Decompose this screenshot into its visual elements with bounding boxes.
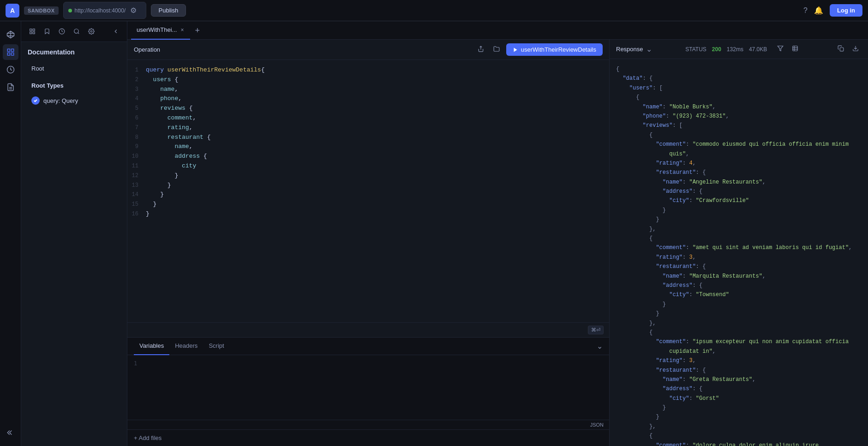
code-line-9: 9 name, [127,142,609,152]
main-layout: Documentation Root Root Types query: Que… [0,21,868,446]
line-num-12: 12 [127,172,146,180]
code-line-6: 6 comment, [127,113,609,123]
copy-icon[interactable] [835,43,847,55]
sidebar-collapse-icon[interactable] [109,25,122,38]
status-area: STATUS 200 132ms 47.0KB [685,46,767,53]
line-num-5: 5 [127,104,146,113]
status-value: 200 [712,46,721,53]
svg-point-16 [74,29,78,33]
publish-button[interactable]: Publish [151,4,186,17]
sidebar-icon-history[interactable] [3,62,18,77]
sidebar-toolbar [21,21,127,42]
line-content-16: } [146,209,150,219]
code-line-11: 11 city [127,161,609,171]
variables-collapse-icon[interactable]: ⌄ [597,342,603,351]
tab-active[interactable]: userWithThei... × [131,21,190,40]
tab-variables[interactable]: Variables [134,338,169,355]
response-expand-icon[interactable]: ⌄ [646,45,652,54]
root-types-title: Root Types [28,79,120,92]
sidebar-title: Documentation [28,48,120,56]
svg-rect-5 [11,49,13,51]
content-area: userWithThei... × + Operation [127,21,868,446]
code-line-14: 14 } [127,190,609,200]
sandbox-badge: SANDBOX [24,6,59,15]
json-label[interactable]: JSON [590,422,604,428]
editor-header-actions: userWithTheirReviewDetails [475,43,603,56]
response-table-icon[interactable] [789,43,801,55]
line-content-13: } [146,181,171,190]
add-files-button[interactable]: + Add files [134,434,603,441]
sidebar-icon-collapse[interactable] [3,425,18,440]
keyboard-shortcut-badge: ⌘⏎ [588,326,604,334]
code-editor[interactable]: 1 query userWithTheirReviewDetails{ 2 us… [127,60,609,322]
svg-rect-4 [7,49,10,51]
run-button-label: userWithTheirReviewDetails [521,46,596,53]
code-line-2: 2 users { [127,75,609,85]
svg-rect-13 [30,32,32,34]
svg-line-17 [78,33,79,34]
svg-rect-12 [33,29,35,31]
collection-icon[interactable] [491,44,503,55]
variables-section: Variables Headers Script ⌄ 1 JSON [127,337,609,429]
code-line-8: 8 restaurant { [127,133,609,143]
line-num-9: 9 [127,143,146,151]
sidebar-search-icon[interactable] [70,25,83,38]
add-files-bar: + Add files [127,429,609,446]
tab-add-button[interactable]: + [191,24,204,36]
line-content-11: city [146,161,196,171]
code-line-15: 15 } [127,200,609,209]
line-content-14: } [146,190,164,200]
sidebar-settings-icon[interactable] [85,25,98,38]
sidebar-item-root-label: Root [31,65,44,72]
svg-rect-14 [33,32,35,34]
help-icon[interactable]: ? [803,6,808,15]
code-line-13: 13 } [127,181,609,190]
app-logo: A [6,4,19,18]
line-content-7: rating, [146,123,192,133]
svg-marker-20 [514,48,517,52]
response-content[interactable]: { "data": { "users": [ { "name": "Noble … [610,59,868,446]
notification-icon[interactable]: 🔔 [814,6,823,15]
sidebar-item-root[interactable]: Root [28,62,120,75]
sidebar-bookmark-icon[interactable] [41,25,54,38]
response-pane: Response ⌄ STATUS 200 132ms 47.0KB [610,40,868,446]
line-content-1: query userWithTheirReviewDetails{ [146,65,264,75]
share-icon[interactable] [475,44,487,55]
tab-headers[interactable]: Headers [169,338,203,355]
top-bar-right: ? 🔔 Log in [803,4,862,17]
line-num-2: 2 [127,76,146,84]
line-content-10: address { [146,152,207,161]
split-pane: Operation [127,40,868,446]
var-line-num: 1 [134,360,137,367]
variables-content[interactable]: 1 [127,355,609,420]
line-num-1: 1 [127,66,146,75]
response-filter-icon[interactable] [774,43,786,55]
sidebar-icon-graphql[interactable] [3,27,18,42]
line-num-4: 4 [127,95,146,103]
root-type-query[interactable]: query: Query [28,94,120,107]
login-button[interactable]: Log in [830,4,862,17]
sidebar-icon-docs[interactable] [3,79,18,95]
url-status-dot [68,9,72,12]
run-button[interactable]: userWithTheirReviewDetails [506,43,603,56]
sidebar-new-tab-icon[interactable] [26,25,39,38]
response-time: 132ms [727,46,743,53]
response-header: Response ⌄ STATUS 200 132ms 47.0KB [610,40,868,59]
sidebar-icon-explorer[interactable] [3,44,18,60]
line-content-6: comment, [146,113,196,123]
url-settings-icon[interactable]: ⚙ [128,4,138,17]
svg-rect-22 [793,46,798,51]
response-size: 47.0KB [749,46,767,53]
tab-close-icon[interactable]: × [180,26,185,34]
code-line-16: 16 } [127,209,609,219]
tab-script[interactable]: Script [203,338,229,355]
download-icon[interactable] [850,43,862,55]
code-line-5: 5 reviews { [127,104,609,113]
line-content-12: } [146,171,178,181]
code-line-12: 12 } [127,171,609,181]
check-circle-icon [31,96,40,105]
svg-marker-21 [778,46,783,51]
line-content-5: reviews { [146,104,192,113]
url-bar[interactable]: http://localhost:4000/ ⚙ [63,2,146,19]
sidebar-history-icon[interactable] [55,25,68,38]
